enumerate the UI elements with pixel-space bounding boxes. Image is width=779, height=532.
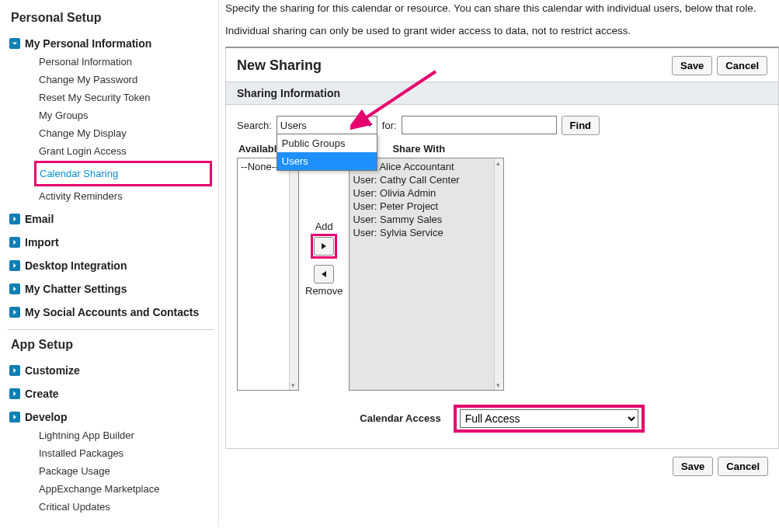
highlight-calendar-sharing: Calendar Sharing (34, 161, 212, 186)
nav-personal-information[interactable]: Personal Information (39, 53, 218, 71)
add-label: Add (315, 221, 333, 232)
main-content: Specify the sharing for this calendar or… (219, 0, 779, 527)
chevron-right-icon (9, 388, 20, 399)
add-button[interactable] (314, 237, 334, 256)
section-sharing-information: Sharing Information (226, 82, 778, 105)
highlight-calendar-access: Full Access (454, 405, 645, 433)
chevron-right-icon (9, 307, 20, 318)
save-button-bottom[interactable]: Save (673, 457, 713, 476)
chevron-right-icon (9, 214, 20, 224)
nav-customize[interactable]: Customize (8, 361, 218, 380)
chevron-right-icon (9, 365, 20, 376)
chevron-right-icon (9, 283, 20, 294)
for-label: for: (382, 120, 397, 131)
nav-import[interactable]: Import (8, 233, 218, 252)
intro-text-1: Specify the sharing for this calendar or… (225, 2, 779, 16)
personal-setup-heading: Personal Setup (11, 11, 218, 25)
list-item[interactable]: User: Olivia Admin (351, 186, 502, 200)
chevron-down-icon (366, 121, 374, 129)
intro-text-2: Individual sharing can only be used to g… (225, 24, 779, 39)
scrollbar[interactable]: ▴▾ (494, 158, 503, 390)
calendar-access-select[interactable]: Full Access (460, 409, 638, 428)
nav-email[interactable]: Email (8, 210, 218, 228)
nav-package-usage[interactable]: Package Usage (39, 462, 218, 480)
chevron-right-icon (9, 412, 20, 422)
chevron-right-icon (9, 260, 20, 271)
nav-my-groups[interactable]: My Groups (39, 106, 218, 124)
nav-change-my-display[interactable]: Change My Display (39, 124, 218, 142)
find-button[interactable]: Find (562, 116, 600, 135)
remove-label: Remove (305, 285, 343, 297)
nav-desktop-integration[interactable]: Desktop Integration (8, 256, 218, 275)
cancel-button-bottom[interactable]: Cancel (718, 457, 768, 476)
nav-installed-packages[interactable]: Installed Packages (39, 444, 218, 462)
cancel-button-top[interactable]: Cancel (717, 56, 767, 75)
chevron-down-icon (9, 38, 20, 49)
share-with-listbox[interactable]: User: Alice Accountant User: Cathy Call … (349, 158, 504, 391)
new-sharing-card: New Sharing Save Cancel Sharing Informat… (225, 47, 779, 449)
divider (8, 329, 214, 330)
option-public-groups[interactable]: Public Groups (277, 134, 377, 152)
list-item[interactable]: User: Sammy Sales (351, 213, 502, 226)
remove-button[interactable] (314, 265, 334, 283)
scrollbar[interactable]: ▴▾ (289, 158, 298, 390)
list-item[interactable]: User: Peter Project (351, 200, 502, 213)
nav-activity-reminders[interactable]: Activity Reminders (39, 187, 218, 205)
sidebar: Personal Setup My Personal Information P… (0, 0, 219, 527)
triangle-left-icon (320, 270, 328, 278)
available-listbox[interactable]: --None-- ▴▾ (237, 158, 299, 391)
search-label: Search: (237, 120, 272, 131)
nav-critical-updates[interactable]: Critical Updates (39, 498, 218, 516)
list-item[interactable]: User: Cathy Call Center (351, 173, 502, 186)
nav-grant-login-access[interactable]: Grant Login Access (39, 142, 218, 160)
nav-chatter-settings[interactable]: My Chatter Settings (8, 280, 218, 298)
search-text-input[interactable] (402, 116, 557, 134)
nav-social-accounts[interactable]: My Social Accounts and Contacts (8, 303, 218, 322)
nav-calendar-sharing[interactable]: Calendar Sharing (40, 165, 207, 183)
nav-my-personal-information[interactable]: My Personal Information (8, 34, 218, 53)
card-title: New Sharing (237, 57, 322, 74)
chevron-right-icon (9, 237, 20, 248)
app-setup-heading: App Setup (11, 338, 218, 352)
triangle-right-icon (320, 242, 328, 250)
nav-appexchange-marketplace[interactable]: AppExchange Marketplace (39, 480, 218, 498)
list-item[interactable]: User: Sylvia Service (351, 226, 502, 239)
nav-change-my-password[interactable]: Change My Password (39, 71, 218, 89)
nav-develop[interactable]: Develop (8, 408, 218, 426)
search-type-select[interactable]: Users (276, 116, 377, 134)
calendar-access-label: Calendar Access (360, 412, 440, 424)
search-type-dropdown[interactable]: Public Groups Users (276, 134, 377, 171)
option-users[interactable]: Users (277, 152, 377, 170)
nav-create[interactable]: Create (8, 384, 218, 403)
nav-lightning-app-builder[interactable]: Lightning App Builder (39, 426, 218, 444)
nav-reset-security-token[interactable]: Reset My Security Token (39, 89, 218, 106)
save-button-top[interactable]: Save (672, 56, 712, 75)
highlight-add-button (311, 234, 337, 259)
